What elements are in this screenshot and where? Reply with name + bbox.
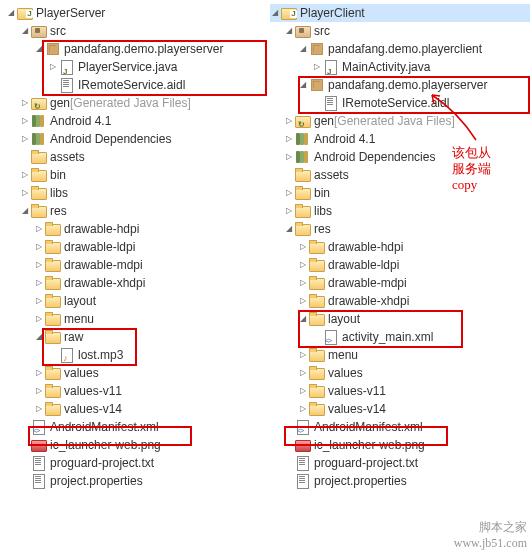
txt-file[interactable]: proguard-project.txt xyxy=(6,454,262,472)
twisty-open[interactable]: ◢ xyxy=(6,4,16,22)
twisty-open[interactable]: ◢ xyxy=(284,22,294,40)
menu-folder[interactable]: ▷menu xyxy=(270,346,530,364)
twisty-closed[interactable]: ▷ xyxy=(298,274,308,292)
drawable-folder[interactable]: ▷drawable-hdpi xyxy=(6,220,262,238)
layout-folder[interactable]: ▷layout xyxy=(6,292,262,310)
android-lib[interactable]: ▷Android 4.1 xyxy=(270,130,530,148)
java-file-node[interactable]: ▷MainActivity.java xyxy=(270,58,530,76)
drawable-folder[interactable]: ▷drawable-hdpi xyxy=(270,238,530,256)
menu-folder[interactable]: ▷menu xyxy=(6,310,262,328)
twisty-closed[interactable]: ▷ xyxy=(48,58,58,76)
twisty-closed[interactable]: ▷ xyxy=(284,184,294,202)
drawable-folder[interactable]: ▷drawable-xhdpi xyxy=(6,274,262,292)
gen-note: [Generated Java Files] xyxy=(70,94,191,112)
twisty-closed[interactable]: ▷ xyxy=(34,400,44,418)
twisty-open[interactable]: ◢ xyxy=(34,328,44,346)
properties-file[interactable]: project.properties xyxy=(270,472,530,490)
package-node[interactable]: ◢pandafang.demo.playerserver xyxy=(6,40,262,58)
twisty-open[interactable]: ◢ xyxy=(298,310,308,328)
twisty-closed[interactable]: ▷ xyxy=(34,292,44,310)
twisty-closed[interactable]: ▷ xyxy=(34,364,44,382)
raw-folder[interactable]: ◢raw xyxy=(6,328,262,346)
file-label: lost.mp3 xyxy=(78,346,123,364)
manifest-file[interactable]: AndroidManifest.xml xyxy=(270,418,530,436)
twisty-open[interactable]: ◢ xyxy=(270,4,280,22)
res-folder[interactable]: ◢res xyxy=(270,220,530,238)
twisty-closed[interactable]: ▷ xyxy=(298,292,308,310)
twisty-closed[interactable]: ▷ xyxy=(284,112,294,130)
bin-folder[interactable]: ▷bin xyxy=(270,184,530,202)
values-v14-folder[interactable]: ▷values-v14 xyxy=(270,400,530,418)
bin-folder[interactable]: ▷bin xyxy=(6,166,262,184)
src-folder[interactable]: ◢src xyxy=(270,22,530,40)
twisty-closed[interactable]: ▷ xyxy=(284,130,294,148)
file-label: PlayerService.java xyxy=(78,58,177,76)
txt-file[interactable]: proguard-project.txt xyxy=(270,454,530,472)
drawable-folder[interactable]: ▷drawable-mdpi xyxy=(6,256,262,274)
android-lib[interactable]: ▷Android 4.1 xyxy=(6,112,262,130)
android-deps[interactable]: ▷Android Dependencies xyxy=(270,148,530,166)
values-v11-folder[interactable]: ▷values-v11 xyxy=(6,382,262,400)
twisty-closed[interactable]: ▷ xyxy=(20,130,30,148)
values-v14-folder[interactable]: ▷values-v14 xyxy=(6,400,262,418)
twisty-open[interactable]: ◢ xyxy=(298,40,308,58)
drawable-folder[interactable]: ▷drawable-xhdpi xyxy=(270,292,530,310)
twisty-closed[interactable]: ▷ xyxy=(298,400,308,418)
twisty-closed[interactable]: ▷ xyxy=(298,364,308,382)
values-folder[interactable]: ▷values xyxy=(6,364,262,382)
values-v11-folder[interactable]: ▷values-v11 xyxy=(270,382,530,400)
properties-file[interactable]: project.properties xyxy=(6,472,262,490)
aidl-file-node[interactable]: IRemoteService.aidl xyxy=(6,76,262,94)
android-deps[interactable]: ▷Android Dependencies xyxy=(6,130,262,148)
twisty-closed[interactable]: ▷ xyxy=(298,346,308,364)
twisty-closed[interactable]: ▷ xyxy=(298,256,308,274)
twisty-closed[interactable]: ▷ xyxy=(34,274,44,292)
twisty-closed[interactable]: ▷ xyxy=(284,202,294,220)
java-file-node[interactable]: ▷PlayerService.java xyxy=(6,58,262,76)
twisty-closed[interactable]: ▷ xyxy=(34,220,44,238)
project-node[interactable]: ◢PlayerServer xyxy=(6,4,262,22)
twisty-open[interactable]: ◢ xyxy=(284,220,294,238)
twisty-closed[interactable]: ▷ xyxy=(20,184,30,202)
twisty-closed[interactable]: ▷ xyxy=(34,382,44,400)
manifest-file[interactable]: AndroidManifest.xml xyxy=(6,418,262,436)
twisty-open[interactable]: ◢ xyxy=(298,76,308,94)
twisty-closed[interactable]: ▷ xyxy=(298,238,308,256)
xml-file[interactable]: activity_main.xml xyxy=(270,328,530,346)
values-folder[interactable]: ▷values xyxy=(270,364,530,382)
file-label: IRemoteService.aidl xyxy=(342,94,449,112)
twisty-closed[interactable]: ▷ xyxy=(20,166,30,184)
png-file[interactable]: ic_launcher-web.png xyxy=(270,436,530,454)
twisty-closed[interactable]: ▷ xyxy=(34,256,44,274)
twisty-open[interactable]: ◢ xyxy=(20,202,30,220)
gen-folder[interactable]: ▷gen [Generated Java Files] xyxy=(270,112,530,130)
assets-folder[interactable]: assets xyxy=(6,148,262,166)
text-file-icon xyxy=(295,473,311,489)
twisty-closed[interactable]: ▷ xyxy=(34,238,44,256)
aidl-file-node[interactable]: IRemoteService.aidl xyxy=(270,94,530,112)
twisty-closed[interactable]: ▷ xyxy=(298,382,308,400)
assets-folder[interactable]: assets xyxy=(270,166,530,184)
twisty-open[interactable]: ◢ xyxy=(34,40,44,58)
gen-folder[interactable]: ▷gen [Generated Java Files] xyxy=(6,94,262,112)
drawable-folder[interactable]: ▷drawable-ldpi xyxy=(6,238,262,256)
res-folder[interactable]: ◢res xyxy=(6,202,262,220)
libs-folder[interactable]: ▷libs xyxy=(270,202,530,220)
libs-folder[interactable]: ▷libs xyxy=(6,184,262,202)
src-folder[interactable]: ◢src xyxy=(6,22,262,40)
layout-folder[interactable]: ◢layout xyxy=(270,310,530,328)
png-file[interactable]: ic_launcher-web.png xyxy=(6,436,262,454)
mp3-file[interactable]: lost.mp3 xyxy=(6,346,262,364)
drawable-folder[interactable]: ▷drawable-ldpi xyxy=(270,256,530,274)
twisty-closed[interactable]: ▷ xyxy=(20,112,30,130)
twisty-closed[interactable]: ▷ xyxy=(284,148,294,166)
project-node[interactable]: ◢PlayerClient xyxy=(270,4,530,22)
drawable-folder[interactable]: ▷drawable-mdpi xyxy=(270,274,530,292)
twisty-open[interactable]: ◢ xyxy=(20,22,30,40)
folder-label: menu xyxy=(64,310,94,328)
package-node[interactable]: ◢pandafang.demo.playerserver xyxy=(270,76,530,94)
package-node[interactable]: ◢pandafang.demo.playerclient xyxy=(270,40,530,58)
twisty-closed[interactable]: ▷ xyxy=(20,94,30,112)
twisty-closed[interactable]: ▷ xyxy=(34,310,44,328)
twisty-closed[interactable]: ▷ xyxy=(312,58,322,76)
